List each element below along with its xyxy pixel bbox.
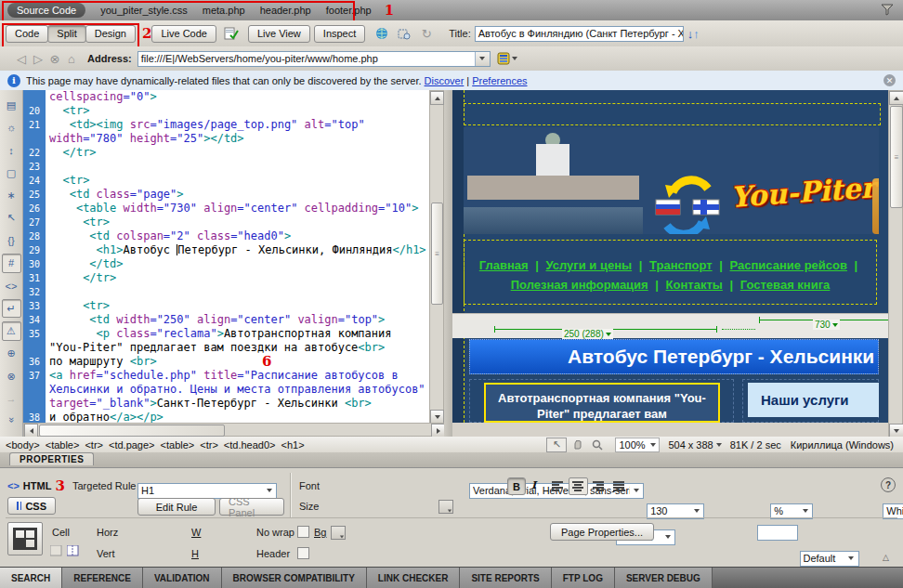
code-line[interactable]: 20 <tr> [23, 104, 429, 118]
syntax-error-alerts-icon[interactable]: ⚠ [2, 321, 21, 340]
filter-funnel-icon[interactable] [881, 4, 894, 18]
code-line[interactable]: 32 [23, 285, 429, 299]
bold-button[interactable]: B [507, 477, 526, 495]
collapse-full-tag-icon[interactable]: ↕ [2, 141, 21, 160]
size-select[interactable]: 130 [647, 503, 704, 519]
nav-link[interactable]: Расписание рейсов [730, 258, 847, 272]
address-dropdown-arrow[interactable] [475, 52, 490, 66]
open-documents-icon[interactable]: ▤ [2, 96, 21, 114]
tag-selector-item[interactable]: <h1> [281, 439, 305, 451]
nav-link[interactable]: Полезная информация [511, 278, 648, 292]
results-tab-link-checker[interactable]: LINK CHECKER [367, 568, 461, 588]
code-line[interactable]: 30 </td> [23, 257, 429, 271]
word-wrap-icon[interactable]: ↵ [2, 299, 21, 318]
live-view-options-icon[interactable] [496, 49, 518, 69]
code-horizontal-scrollbar[interactable] [23, 423, 444, 437]
html-mode-button[interactable]: <> HTML 3 [7, 477, 65, 494]
code-line[interactable]: 28 <td colspan="2" class="head0"> [23, 229, 429, 243]
code-line[interactable]: 37<a href="schedule.php" title="Расписан… [23, 369, 429, 411]
no-wrap-checkbox[interactable] [297, 526, 309, 538]
text-color-swatch[interactable] [438, 500, 453, 514]
indent-code-icon[interactable]: → [2, 389, 21, 408]
text-color-field[interactable]: White [883, 503, 903, 519]
results-tab-site-reports[interactable]: SITE REPORTS [460, 568, 551, 588]
help-icon[interactable]: ? [881, 477, 896, 492]
results-tab-search[interactable]: SEARCH [0, 568, 62, 588]
code-line[interactable]: 26 <table width="730" align="center" cel… [23, 202, 429, 216]
balance-braces-icon[interactable]: {} [2, 231, 21, 250]
code-line[interactable]: 38и обратно</a></p> [23, 411, 429, 423]
design-view[interactable]: You-Piter Автобус С.Петербург-Хельсинки … [452, 90, 888, 423]
tag-selector-item[interactable]: <table> [46, 439, 80, 451]
code-line[interactable]: 23 [23, 160, 429, 174]
code-line[interactable]: 35 <p class="reclama">Автотранспортная к… [23, 327, 429, 355]
tag-selector-item[interactable]: <td.head0> [224, 439, 276, 451]
home-icon[interactable]: ⌂ [63, 50, 80, 67]
file-get-put-icon[interactable]: ↓↑ [687, 27, 700, 41]
merge-split-cell-icons[interactable] [50, 545, 79, 556]
zoom-level-select[interactable]: 100% [615, 438, 660, 452]
code-view[interactable]: cellspacing="0">20 <tr>21 <td><img src="… [23, 90, 429, 423]
view-button-design[interactable]: Design [85, 25, 136, 43]
properties-tab[interactable]: PROPERTIES [9, 452, 94, 465]
nav-link[interactable]: Транспорт [649, 258, 713, 272]
results-tab-server-debug[interactable]: SERVER DEBUG [615, 568, 713, 588]
tag-selector-item[interactable]: <body> [6, 439, 40, 451]
split-divider[interactable] [444, 90, 452, 437]
page-properties-button[interactable]: Page Properties... [550, 523, 654, 541]
unit-select[interactable]: % [770, 503, 813, 519]
live-code-button[interactable]: Live Code [151, 25, 216, 43]
hand-tool-icon[interactable] [567, 438, 587, 452]
nav-link[interactable]: Услуги и цены [546, 258, 633, 272]
italic-button[interactable]: I [531, 479, 536, 491]
code-line[interactable]: 21 <td><img src="images/page_top.png" al… [23, 118, 429, 146]
code-line[interactable]: 34 <td width="250" align="center" valign… [23, 313, 429, 327]
live-view-button[interactable]: Live View [248, 25, 310, 43]
highlight-invalid-code-icon[interactable]: <> [2, 277, 21, 295]
css-panel-button[interactable]: CSS Panel [219, 498, 284, 516]
show-more-icon[interactable]: » [2, 410, 20, 429]
design-vertical-scrollbar[interactable]: ≡ [888, 90, 903, 437]
line-numbers-icon[interactable]: # [2, 254, 21, 272]
tag-selector-item[interactable]: <table> [161, 439, 195, 451]
code-line[interactable]: 24 <tr> [23, 174, 429, 188]
related-file-tab[interactable]: meta.php [203, 5, 245, 16]
code-line[interactable]: 36по маршруту <br> [23, 355, 429, 369]
tag-selector-item[interactable]: <tr> [85, 439, 103, 451]
visual-aids-icon[interactable] [393, 24, 415, 44]
align-center-icon[interactable] [569, 477, 588, 495]
zoom-tool-icon[interactable] [587, 438, 608, 452]
tag-selector-item[interactable]: <tr> [200, 439, 218, 451]
collapse-panel-icon[interactable]: △ [883, 553, 889, 562]
align-justify-icon[interactable] [609, 477, 629, 495]
close-info-bar-icon[interactable]: ✕ [883, 74, 896, 86]
collapse-selection-icon[interactable]: ▢ [2, 163, 21, 182]
stop-icon[interactable]: ⊗ [46, 50, 63, 67]
w-field[interactable] [757, 525, 798, 541]
address-input[interactable]: file:///E|/WebServers/home/you-piter/www… [137, 51, 491, 67]
preview-in-browser-icon[interactable] [371, 24, 393, 44]
related-file-tab[interactable]: footer.php [326, 5, 372, 16]
title-input[interactable]: Автобус в Финляндию (Санкт Петербург - Х… [475, 26, 684, 42]
tag-selector-item[interactable]: <td.page> [109, 439, 155, 451]
results-tab-browser-compatibility[interactable]: BROWSER COMPATIBILITY [222, 568, 367, 588]
related-file-tab[interactable]: header.php [260, 5, 311, 16]
width-label-250[interactable]: 250 (288) [562, 329, 613, 339]
nav-link[interactable]: Контакты [666, 278, 723, 292]
back-icon[interactable]: ◁ [13, 50, 30, 67]
forward-icon[interactable]: ▷ [30, 50, 46, 67]
css-mode-button[interactable]: CSS [7, 497, 56, 515]
window-size-select[interactable]: 504 x 388 [665, 438, 724, 451]
apply-comment-icon[interactable]: ⊕ [2, 345, 21, 363]
expand-all-icon[interactable]: ∗ [2, 186, 21, 204]
code-line[interactable]: 31 </tr> [23, 271, 429, 285]
related-file-tab[interactable]: you_piter_style.css [100, 5, 188, 16]
edit-rule-button[interactable]: Edit Rule [137, 498, 216, 516]
select-tool-icon[interactable]: ↖ [546, 438, 567, 452]
results-tab-ftp-log[interactable]: FTP LOG [552, 568, 615, 588]
view-button-code[interactable]: Code [6, 25, 48, 43]
code-line[interactable]: 33 <tr> [23, 299, 429, 313]
nav-link[interactable]: Гостевая книга [740, 278, 831, 292]
view-button-split[interactable]: Split [47, 25, 85, 43]
check-browser-compat-icon[interactable] [220, 24, 242, 44]
